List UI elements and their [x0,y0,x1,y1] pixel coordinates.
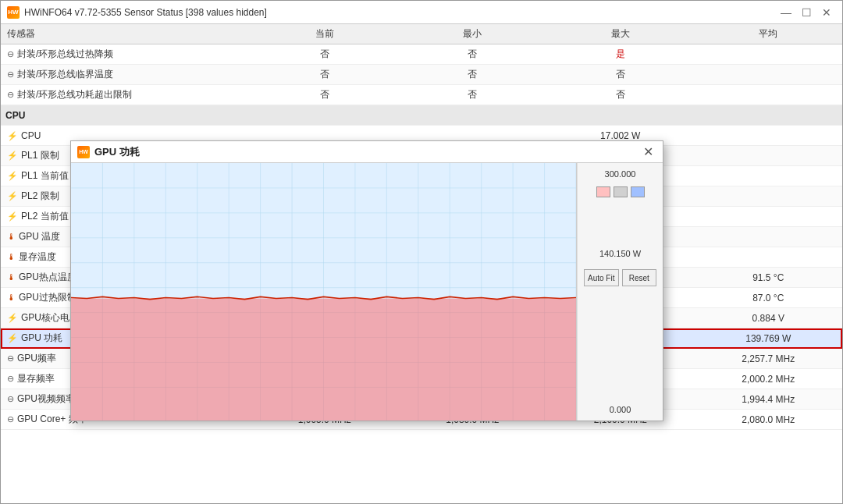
sensor-avg: 1,994.4 MHz [695,389,843,410]
col-header-avg: 平均 [695,24,843,44]
sensor-max: 是 [546,44,695,65]
table-row[interactable]: ⊖封装/环形总线功耗超出限制否否否 [1,85,842,105]
table-row[interactable]: ⊖封装/环形总线临界温度否否否 [1,65,842,85]
sensor-avg: 0.884 V [695,308,843,328]
sensor-avg [695,207,843,227]
auto-fit-button[interactable]: Auto Fit [584,269,619,286]
color-box-pink [596,186,610,197]
sensor-avg [695,166,843,186]
sensor-avg: 2,257.7 MHz [695,349,843,369]
gpu-power-popup[interactable]: HW GPU 功耗 ✕ [70,140,663,421]
col-header-current: 当前 [251,24,399,44]
col-header-min: 最小 [399,24,547,44]
sensor-avg: 2,080.0 MHz [695,410,843,430]
sensor-current: 否 [251,65,399,85]
popup-close-button[interactable]: ✕ [639,144,656,160]
sensor-avg: 91.5 °C [695,268,843,288]
sensor-avg [695,85,843,105]
sensor-current: 否 [251,85,399,105]
sensor-min: 否 [399,85,547,105]
sensor-avg [695,247,843,268]
popup-title-bar: HW GPU 功耗 ✕ [71,141,663,163]
col-header-sensor: 传感器 [1,24,251,44]
sensor-avg: 139.769 W [695,328,843,349]
window-title: HWiNFO64 v7.72-5355 Sensor Status [398 v… [24,7,267,18]
chart-svg [71,163,576,421]
app-icon: HW [7,6,20,19]
popup-app-icon: HW [77,146,90,158]
sensor-avg [695,126,843,146]
table-row[interactable]: ⊖封装/环形总线过热降频否否是 [1,44,842,65]
chart-y-min: 0.000 [584,405,656,414]
svg-rect-26 [71,299,576,421]
minimize-button[interactable]: — [777,4,795,21]
section-header-label: CPU [1,105,842,126]
color-box-gray [614,186,628,197]
sensor-label: ⊖封装/环形总线过热降频 [1,44,251,65]
chart-area [71,163,577,421]
chart-y-max: 300.000 [584,169,656,179]
sensor-label: ⊖封装/环形总线功耗超出限制 [1,85,251,105]
table-row[interactable]: CPU [1,105,842,126]
sensor-label: ⊖封装/环形总线临界温度 [1,65,251,85]
chart-y-mid: 140.150 W [584,249,656,258]
sensor-avg [695,186,843,207]
sensor-avg: 2,000.2 MHz [695,369,843,389]
popup-content: 300.000 140.150 W Auto Fit Reset 0.000 [71,163,663,421]
sensor-avg [695,44,843,65]
sensor-min: 否 [399,44,547,65]
reset-button[interactable]: Reset [622,269,657,286]
chart-color-boxes [584,186,656,197]
close-button[interactable]: ✕ [817,4,836,21]
col-header-max: 最大 [546,24,695,44]
popup-title: GPU 功耗 [94,145,140,159]
maximize-button[interactable]: ☐ [797,4,816,21]
sensor-avg [695,227,843,247]
chart-right-panel: 300.000 140.150 W Auto Fit Reset 0.000 [577,163,663,421]
sensor-min: 否 [399,65,547,85]
color-box-blue [631,186,645,197]
sensor-avg [695,146,843,166]
sensor-avg: 87.0 °C [695,288,843,308]
chart-buttons: Auto Fit Reset [584,269,656,286]
title-bar: HW HWiNFO64 v7.72-5355 Sensor Status [39… [1,1,842,24]
sensor-max: 否 [546,85,695,105]
sensor-max: 否 [546,65,695,85]
sensor-current: 否 [251,44,399,65]
sensor-avg [695,65,843,85]
